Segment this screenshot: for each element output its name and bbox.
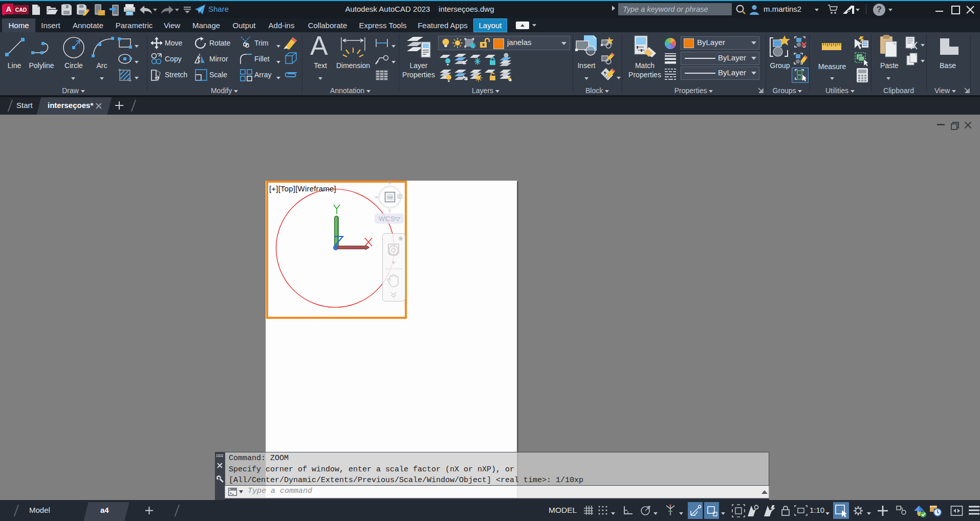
- svg-text:TOP: TOP: [387, 196, 393, 199]
- svg-text:CAD: CAD: [15, 7, 27, 13]
- svg-text:S: S: [388, 209, 391, 212]
- svg-text:W: W: [375, 196, 379, 199]
- svg-text:A: A: [6, 5, 12, 13]
- svg-text:N: N: [388, 181, 390, 185]
